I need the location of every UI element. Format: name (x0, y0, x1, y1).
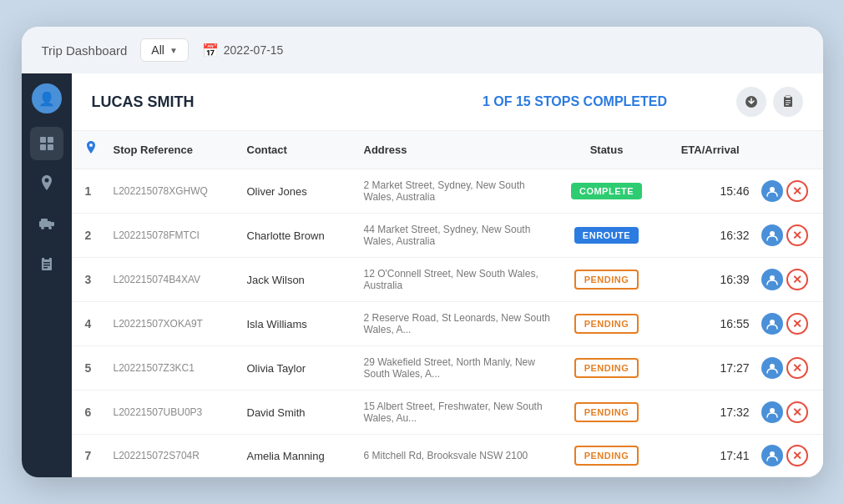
svg-point-20 (770, 187, 775, 192)
row-num-5: 5 (72, 346, 105, 391)
row-actions-3: ✕ (753, 258, 823, 302)
row-status-1: COMPLETE (561, 169, 653, 214)
row-actions-4: ✕ (753, 302, 823, 346)
sidebar: 👤 (22, 73, 72, 477)
header-actions (736, 87, 803, 117)
user-icon-2[interactable] (761, 224, 783, 246)
row-address-4: 2 Reserve Road, St Leonards, New South W… (356, 302, 561, 346)
row-num-7: 7 (72, 435, 105, 477)
status-badge-1: COMPLETE (571, 183, 642, 199)
svg-point-25 (770, 408, 775, 413)
svg-rect-15 (784, 97, 792, 107)
sidebar-item-vehicle[interactable] (30, 207, 63, 240)
content-header: LUCAS SMITH 1 OF 15 STOPS COMPLETED (72, 73, 823, 131)
row-num-1: 1 (72, 169, 105, 214)
row-status-5: PENDING (561, 346, 653, 391)
svg-rect-18 (786, 103, 791, 103)
user-icon-4[interactable] (761, 313, 783, 335)
date-display: 📅 2022-07-15 (202, 43, 284, 58)
th-eta: ETA/Arrival (653, 131, 753, 169)
th-pin (72, 131, 105, 169)
svg-rect-1 (48, 137, 53, 143)
table-row: 2 L202215078FMTCI Charlotte Brown 44 Mar… (72, 214, 823, 258)
top-bar: Trip Dashboard All ▼ 📅 2022-07-15 (22, 27, 823, 73)
row-contact-1: Oliver Jones (239, 169, 356, 214)
row-status-2: ENROUTE (561, 214, 653, 258)
svg-rect-12 (43, 265, 50, 266)
svg-point-23 (770, 320, 775, 325)
row-status-7: PENDING (561, 435, 653, 477)
table-row: 3 L202215074B4XAV Jack Wilson 12 O'Conne… (72, 258, 823, 302)
svg-rect-13 (43, 267, 48, 269)
sidebar-item-map[interactable] (30, 167, 63, 200)
table-row: 5 L20221507Z3KC1 Olivia Taylor 29 Wakefi… (72, 346, 823, 391)
status-badge-7: PENDING (574, 446, 639, 466)
close-icon-6[interactable]: ✕ (786, 401, 808, 423)
row-stop-ref-1: L202215078XGHWQ (105, 169, 239, 214)
svg-point-26 (770, 451, 775, 456)
chevron-down-icon: ▼ (169, 46, 178, 55)
row-num-6: 6 (72, 391, 105, 435)
row-status-4: PENDING (561, 302, 653, 346)
sidebar-item-clipboard[interactable] (30, 247, 63, 280)
status-badge-6: PENDING (574, 402, 639, 422)
row-eta-7: 17:41 (653, 435, 753, 477)
table-row: 4 L20221507XOKA9T Isla Williams 2 Reserv… (72, 302, 823, 346)
filter-dropdown[interactable]: All ▼ (140, 38, 188, 62)
table-container: Stop Reference Contact Address Status ET… (72, 131, 823, 477)
user-icon-7[interactable] (761, 445, 783, 466)
svg-rect-11 (43, 262, 50, 264)
row-num-3: 3 (72, 258, 105, 302)
row-stop-ref-7: L202215072S704R (105, 435, 239, 477)
th-actions (753, 131, 823, 169)
svg-rect-2 (40, 144, 46, 150)
clipboard-button[interactable] (773, 87, 803, 117)
row-address-2: 44 Market Street, Sydney, New South Wale… (356, 214, 561, 258)
driver-name: LUCAS SMITH (92, 93, 414, 111)
svg-point-21 (770, 231, 775, 236)
svg-point-24 (770, 364, 775, 369)
row-contact-5: Olivia Taylor (239, 346, 356, 391)
main-content: 👤 (22, 73, 823, 477)
row-contact-7: Amelia Manning (239, 435, 356, 477)
svg-rect-19 (786, 104, 789, 105)
status-badge-2: ENROUTE (574, 227, 639, 244)
user-icon-6[interactable] (761, 401, 783, 423)
close-icon-5[interactable]: ✕ (786, 357, 808, 379)
th-contact: Contact (239, 131, 356, 169)
row-actions-1: ✕ (753, 169, 823, 214)
close-icon-4[interactable]: ✕ (786, 313, 808, 335)
th-address: Address (356, 131, 561, 169)
row-contact-2: Charlotte Brown (239, 214, 356, 258)
user-icon-3[interactable] (761, 269, 783, 290)
svg-rect-0 (40, 137, 46, 143)
close-icon-2[interactable]: ✕ (786, 224, 808, 246)
svg-point-7 (48, 226, 52, 229)
content-area: LUCAS SMITH 1 OF 15 STOPS COMPLETED (72, 73, 823, 477)
row-actions-7: ✕ (753, 435, 823, 477)
svg-point-22 (770, 275, 775, 280)
row-eta-6: 17:32 (653, 391, 753, 435)
row-num-4: 4 (72, 302, 105, 346)
user-icon-5[interactable] (761, 357, 783, 379)
user-icon-1[interactable] (761, 180, 783, 202)
th-stop-reference: Stop Reference (105, 131, 239, 169)
svg-rect-10 (44, 256, 49, 260)
download-button[interactable] (736, 87, 766, 117)
row-contact-4: Isla Williams (239, 302, 356, 346)
close-icon-7[interactable]: ✕ (786, 445, 808, 466)
trip-dashboard-label: Trip Dashboard (42, 43, 128, 58)
row-status-3: PENDING (561, 258, 653, 302)
close-icon-1[interactable]: ✕ (786, 180, 808, 202)
row-actions-5: ✕ (753, 346, 823, 391)
sidebar-avatar[interactable]: 👤 (32, 83, 62, 113)
svg-rect-3 (48, 144, 53, 150)
filter-value: All (151, 43, 164, 57)
close-icon-3[interactable]: ✕ (786, 269, 808, 290)
th-status: Status (561, 131, 653, 169)
table-row: 6 L20221507UBU0P3 David Smith 15 Albert … (72, 391, 823, 435)
row-status-6: PENDING (561, 391, 653, 435)
calendar-icon: 📅 (202, 43, 219, 58)
sidebar-item-grid[interactable] (30, 127, 63, 160)
row-eta-4: 16:55 (653, 302, 753, 346)
